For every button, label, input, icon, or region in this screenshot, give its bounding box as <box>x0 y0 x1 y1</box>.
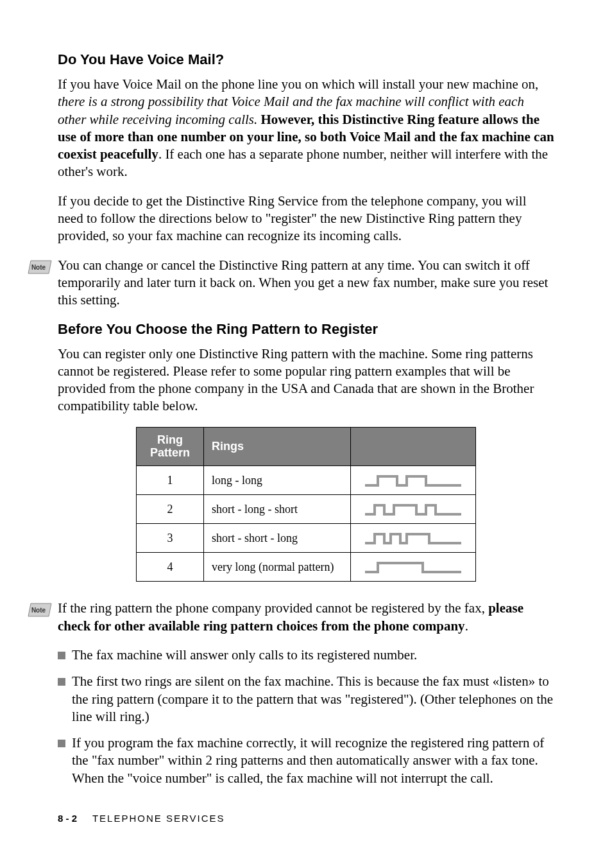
cell-desc: very long (normal pattern) <box>204 553 351 582</box>
heading-voice-mail: Do You Have Voice Mail? <box>58 51 554 68</box>
list-item: The fax machine will answer only calls t… <box>58 647 554 664</box>
bullet-icon <box>58 740 65 747</box>
bullet-icon <box>58 678 65 686</box>
list-item: If you program the fax machine correctly… <box>58 734 554 787</box>
note-icon: Note <box>27 258 53 279</box>
text: . <box>465 618 468 634</box>
list-item-text: The first two rings are silent on the fa… <box>72 673 554 725</box>
svg-text:Note: Note <box>31 264 46 271</box>
section-title: TELEPHONE SERVICES <box>92 813 225 824</box>
list-item-text: If you program the fax machine correctly… <box>72 734 554 787</box>
table-header-pattern: Ring Pattern <box>137 427 204 466</box>
page-footer: 8 - 2 TELEPHONE SERVICES <box>58 813 554 824</box>
text: Ring <box>157 433 183 446</box>
text: If you have Voice Mail on the phone line… <box>58 76 538 92</box>
list-item-text: The fax machine will answer only calls t… <box>72 647 417 664</box>
cell-wave <box>351 495 476 524</box>
table-header-rings: Rings <box>204 427 351 466</box>
cell-wave <box>351 553 476 582</box>
note-text: You can change or cancel the Distinctive… <box>58 257 554 309</box>
ring-pattern-table: Ring Pattern Rings 1 long - long 2 short <box>136 427 476 582</box>
text: Pattern <box>150 446 190 459</box>
table-header-diagram <box>351 427 476 466</box>
bullet-icon <box>58 652 65 659</box>
table-row: 3 short - short - long <box>137 524 476 553</box>
table-row: 2 short - long - short <box>137 495 476 524</box>
note-block: Note If the ring pattern the phone compa… <box>58 600 554 635</box>
cell-desc: long - long <box>204 466 351 495</box>
page-number: 8 - 2 <box>58 813 77 824</box>
cell-desc: short - short - long <box>204 524 351 553</box>
cell-desc: short - long - short <box>204 495 351 524</box>
table-row: 1 long - long <box>137 466 476 495</box>
table-row: 4 very long (normal pattern) <box>137 553 476 582</box>
text: If the ring pattern the phone company pr… <box>58 600 488 616</box>
paragraph-voice-mail: If you have Voice Mail on the phone line… <box>58 76 554 181</box>
note-text: If the ring pattern the phone company pr… <box>58 600 554 635</box>
paragraph-ring-pattern: You can register only one Distinctive Ri… <box>58 345 554 415</box>
note-icon: Note <box>27 601 53 621</box>
svg-text:Note: Note <box>31 607 46 614</box>
cell-wave <box>351 466 476 495</box>
cell-num: 3 <box>137 524 204 553</box>
cell-num: 4 <box>137 553 204 582</box>
cell-num: 1 <box>137 466 204 495</box>
heading-ring-pattern: Before You Choose the Ring Pattern to Re… <box>58 321 554 338</box>
paragraph-register: If you decide to get the Distinctive Rin… <box>58 193 554 245</box>
bullet-list: The fax machine will answer only calls t… <box>58 647 554 787</box>
cell-num: 2 <box>137 495 204 524</box>
cell-wave <box>351 524 476 553</box>
note-block: Note You can change or cancel the Distin… <box>58 257 554 309</box>
list-item: The first two rings are silent on the fa… <box>58 673 554 725</box>
